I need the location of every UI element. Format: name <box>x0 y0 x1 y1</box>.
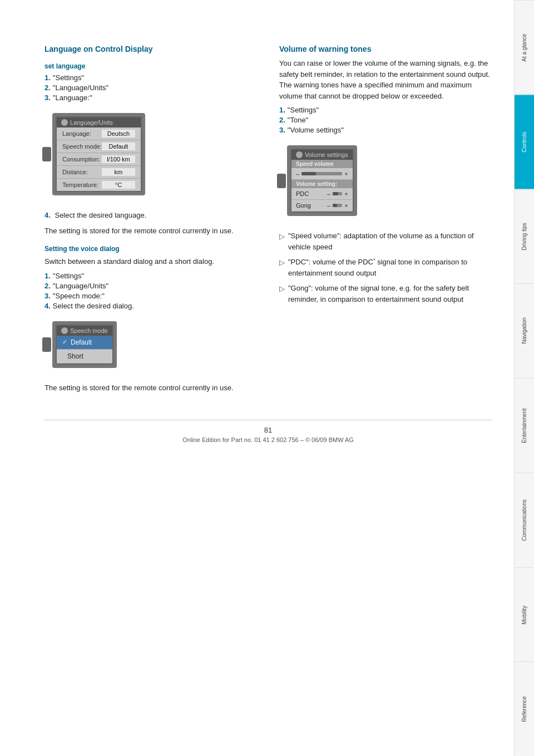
gong-label: Gong <box>296 202 324 209</box>
screen-row: Consumption: l/100 km <box>57 153 141 166</box>
step-num: 3. <box>44 292 51 300</box>
row-label: Distance: <box>62 169 88 175</box>
sidebar-tab-communications[interactable]: Communications <box>515 473 534 567</box>
volume-screen-wrapper: Volume settings Speed volume – + <box>287 140 492 222</box>
step-item: 3."Volume settings" <box>279 126 492 134</box>
step-num: 2. <box>44 84 51 92</box>
screen-header: Volume settings <box>291 150 353 160</box>
minus-icon: – <box>327 202 330 209</box>
row-label: Consumption: <box>62 156 100 163</box>
step-item: 1."Settings" <box>44 73 257 82</box>
speed-bar <box>301 172 342 175</box>
language-screen-wrapper: Language/Units Language: Deutsch Speech … <box>52 107 257 201</box>
knob-control <box>277 174 286 188</box>
sidebar-tab-controls[interactable]: Controls <box>515 95 534 189</box>
screen-icon <box>61 327 68 334</box>
voice-dialog-subtitle: Setting the voice dialog <box>44 245 257 253</box>
bullet-text: "Speed volume": adaptation of the volume… <box>288 230 492 252</box>
step-num: 2. <box>279 116 285 124</box>
plus-icon: + <box>344 190 348 197</box>
screen-row: Speech mode: Default <box>57 140 141 153</box>
step-num: 1. <box>279 106 285 114</box>
volume-section-label: Volume setting: <box>291 180 353 188</box>
voice-dialog-intro: Switch between a standard dialog and a s… <box>44 256 257 267</box>
check-icon: ✓ <box>62 338 67 346</box>
screen-row: Language: Deutsch <box>57 127 141 140</box>
screen-body: Language: Deutsch Speech mode: Default C… <box>57 127 141 191</box>
row-value: km <box>102 168 135 176</box>
sidebar-tab-at-a-glance[interactable]: At a glance <box>515 0 534 95</box>
plus-icon: + <box>344 202 348 209</box>
speed-section-label: Speed volume <box>291 160 353 168</box>
sidebar-tab-driving-tips[interactable]: Driving tips <box>515 189 534 284</box>
volume-intro: You can raise or lower the volume of the… <box>279 58 492 101</box>
screen-row: Temperature: °C <box>57 179 141 191</box>
language-screen: Language/Units Language: Deutsch Speech … <box>52 113 145 195</box>
left-main-title: Language on Control Display <box>44 45 257 53</box>
minus-icon: – <box>327 190 330 197</box>
pdc-bar-fill <box>333 192 338 195</box>
row-value: Deutsch <box>102 130 135 138</box>
screen-icon <box>61 119 68 126</box>
step-item: 3."Language:" <box>44 94 257 102</box>
screen-inner: Language/Units Language: Deutsch Speech … <box>56 116 142 192</box>
screen-header: Language/Units <box>57 117 141 127</box>
main-content: Language on Control Display set language… <box>0 0 514 756</box>
speech-row-default: ✓ Default <box>57 336 112 350</box>
footer-text: Online Edition for Part no. 01 41 2 602 … <box>182 436 354 443</box>
arrow-icon: ▷ <box>279 257 285 268</box>
sidebar-tab-mobility[interactable]: Mobility <box>515 567 534 662</box>
pdc-label: PDC <box>296 190 324 197</box>
two-column-layout: Language on Control Display set language… <box>44 45 492 397</box>
speech-screen: Speech mode ✓ Default Short <box>52 321 117 368</box>
sidebar-tab-reference[interactable]: Reference <box>515 661 534 756</box>
step-num: 2. <box>44 282 51 290</box>
bullet-item: ▷ "Gong": volume of the signal tone, e.g… <box>279 283 492 305</box>
screen-title: Volume settings <box>305 151 348 158</box>
arrow-icon: ▷ <box>279 231 285 242</box>
plus-icon: + <box>344 170 348 177</box>
volume-bullets: ▷ "Speed volume": adaptation of the volu… <box>279 230 492 305</box>
sidebar: At a glance Controls Driving tips Naviga… <box>514 0 534 756</box>
check-placeholder <box>62 353 64 360</box>
speech-option-label: Default <box>71 338 92 346</box>
sidebar-tab-entertainment[interactable]: Entertainment <box>515 378 534 473</box>
bullet-item: ▷ "Speed volume": adaptation of the volu… <box>279 230 492 252</box>
screen-inner: Volume settings Speed volume – + <box>290 149 354 213</box>
step-item: 2."Tone" <box>279 116 492 124</box>
screen-inner: Speech mode ✓ Default Short <box>56 325 113 365</box>
speech-row-short: Short <box>57 350 112 364</box>
gong-bar-fill <box>333 204 337 207</box>
set-language-subtitle: set language <box>44 62 257 70</box>
row-value: l/100 km <box>102 155 135 163</box>
step-item: 2."Language/Units" <box>44 84 257 92</box>
left-column: Language on Control Display set language… <box>44 45 257 397</box>
pdc-bar <box>333 192 342 195</box>
row-label: Speech mode: <box>62 143 102 150</box>
step-item: 1."Settings" <box>279 106 492 114</box>
speech-body: ✓ Default Short <box>57 336 112 364</box>
step-num: 3. <box>44 94 51 102</box>
screen-icon <box>296 151 303 158</box>
page-number: 81 <box>44 426 492 434</box>
step-num: 3. <box>279 126 285 134</box>
arrow-icon: ▷ <box>279 283 285 294</box>
right-main-title: Volume of warning tones <box>279 45 492 53</box>
voice-dialog-note: The setting is stored for the remote con… <box>44 382 257 394</box>
page-footer: 81 Online Edition for Part no. 01 41 2 6… <box>44 420 492 443</box>
speed-bar-area: – + <box>296 170 348 177</box>
knob-control <box>42 147 51 161</box>
step-num: 4. <box>44 302 51 310</box>
minus-icon: – <box>296 170 299 177</box>
screen-row: Distance: km <box>57 166 141 179</box>
volume-screen: Volume settings Speed volume – + <box>287 145 357 216</box>
volume-steps: 1."Settings" 2."Tone" 3."Volume settings… <box>279 106 492 134</box>
set-language-steps: 1."Settings" 2."Language/Units" 3."Langu… <box>44 73 257 102</box>
bullet-text: "Gong": volume of the signal tone, e.g. … <box>288 283 492 305</box>
right-column: Volume of warning tones You can raise or… <box>279 45 492 397</box>
bullet-text: "PDC": volume of the PDC* signal tone in… <box>288 257 492 278</box>
speed-bar-fill <box>301 172 316 175</box>
screen-title: Language/Units <box>70 119 113 126</box>
sidebar-tab-navigation[interactable]: Navigation <box>515 283 534 378</box>
row-label: Language: <box>62 130 91 137</box>
